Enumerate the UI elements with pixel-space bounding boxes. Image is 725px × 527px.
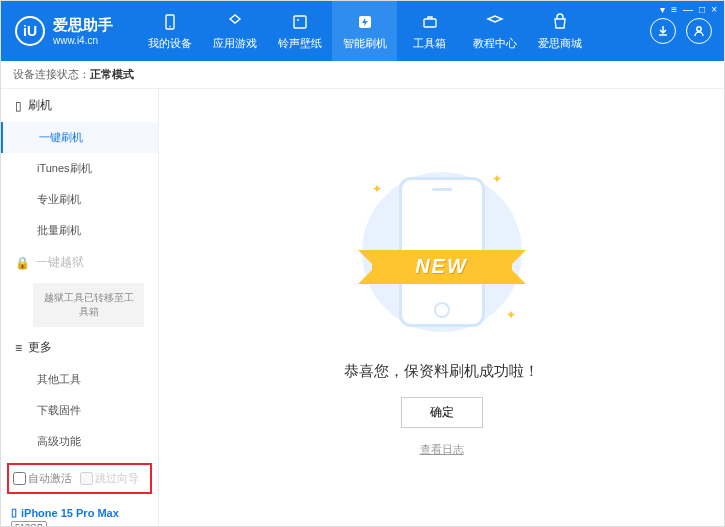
device-icon <box>160 12 180 32</box>
minimize-icon[interactable]: — <box>683 4 693 15</box>
sidebar-batch-flash[interactable]: 批量刷机 <box>1 215 158 246</box>
wallpaper-icon <box>290 12 310 32</box>
logo-icon: iU <box>15 16 45 46</box>
sidebar-download-firmware[interactable]: 下载固件 <box>1 395 158 426</box>
status-bar: 设备连接状态： 正常模式 <box>1 61 724 89</box>
sidebar-other-tools[interactable]: 其他工具 <box>1 364 158 395</box>
skip-wizard-checkbox[interactable]: 跳过向导 <box>80 471 139 486</box>
list-icon: ≡ <box>15 341 22 355</box>
svg-point-1 <box>169 25 171 27</box>
nav-my-device[interactable]: 我的设备 <box>137 1 202 61</box>
success-illustration: NEW ✦ ✦ ✦ <box>362 162 522 342</box>
header: iU 爱思助手 www.i4.cn 我的设备 应用游戏 铃声壁纸 智能刷机 工具… <box>1 1 724 61</box>
group-more[interactable]: ≡ 更多 <box>1 331 158 364</box>
sidebar-advanced[interactable]: 高级功能 <box>1 426 158 457</box>
close-icon[interactable]: × <box>711 4 717 15</box>
sidebar-one-click-flash[interactable]: 一键刷机 <box>1 122 158 153</box>
store-icon <box>550 12 570 32</box>
menu-icon[interactable]: ▾ <box>660 4 665 15</box>
group-flash[interactable]: ▯ 刷机 <box>1 89 158 122</box>
svg-point-6 <box>697 27 701 31</box>
success-message: 恭喜您，保资料刷机成功啦！ <box>344 362 539 381</box>
device-name[interactable]: ▯ iPhone 15 Pro Max <box>11 506 148 519</box>
nav-ringtones[interactable]: 铃声壁纸 <box>267 1 332 61</box>
sidebar-pro-flash[interactable]: 专业刷机 <box>1 184 158 215</box>
settings-icon[interactable]: ≡ <box>671 4 677 15</box>
device-info: ▯ iPhone 15 Pro Max 512GB iPhone <box>1 500 158 527</box>
nav-flash[interactable]: 智能刷机 <box>332 1 397 61</box>
apps-icon <box>225 12 245 32</box>
user-button[interactable] <box>686 18 712 44</box>
options-highlight: 自动激活 跳过向导 <box>7 463 152 494</box>
auto-activate-checkbox[interactable]: 自动激活 <box>13 471 72 486</box>
flash-icon <box>355 12 375 32</box>
main-content: NEW ✦ ✦ ✦ 恭喜您，保资料刷机成功啦！ 确定 查看日志 <box>159 89 724 527</box>
sidebar: ▯ 刷机 一键刷机 iTunes刷机 专业刷机 批量刷机 🔒 一键越狱 越狱工具… <box>1 89 159 527</box>
toolbox-icon <box>420 12 440 32</box>
view-log-link[interactable]: 查看日志 <box>420 442 464 457</box>
app-subtitle: www.i4.cn <box>53 35 113 46</box>
new-ribbon: NEW <box>372 250 512 284</box>
nav-store[interactable]: 爱思商城 <box>527 1 592 61</box>
maximize-icon[interactable]: □ <box>699 4 705 15</box>
phone-icon: ▯ <box>11 506 17 519</box>
nav-tutorials[interactable]: 教程中心 <box>462 1 527 61</box>
app-title: 爱思助手 <box>53 16 113 35</box>
storage-badge: 512GB <box>11 521 47 527</box>
connection-mode: 正常模式 <box>90 67 134 82</box>
svg-rect-5 <box>424 19 436 27</box>
tutorial-icon <box>485 12 505 32</box>
nav-apps[interactable]: 应用游戏 <box>202 1 267 61</box>
sidebar-itunes-flash[interactable]: iTunes刷机 <box>1 153 158 184</box>
top-nav: 我的设备 应用游戏 铃声壁纸 智能刷机 工具箱 教程中心 爱思商城 <box>137 1 650 61</box>
nav-toolbox[interactable]: 工具箱 <box>397 1 462 61</box>
svg-point-3 <box>297 19 299 21</box>
download-button[interactable] <box>650 18 676 44</box>
window-controls: ▾ ≡ — □ × <box>660 4 717 15</box>
ok-button[interactable]: 确定 <box>401 397 483 428</box>
group-jailbreak: 🔒 一键越狱 <box>1 246 158 279</box>
phone-icon: ▯ <box>15 99 22 113</box>
logo: iU 爱思助手 www.i4.cn <box>1 16 127 46</box>
lock-icon: 🔒 <box>15 256 30 270</box>
jailbreak-note: 越狱工具已转移至工具箱 <box>33 283 144 327</box>
svg-rect-2 <box>294 16 306 28</box>
